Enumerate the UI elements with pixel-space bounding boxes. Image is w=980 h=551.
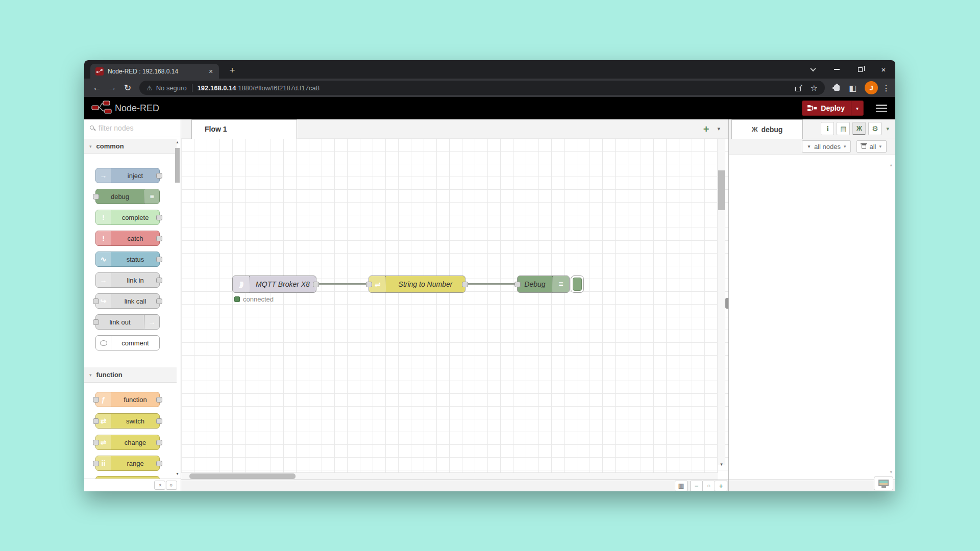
debug-icon: ≡ — [552, 276, 569, 292]
open-debug-window-button[interactable] — [874, 477, 893, 490]
palette-node-debug[interactable]: debug ≡ — [95, 189, 160, 204]
sidebar-tabs-chevron-icon[interactable]: ▾ — [886, 126, 889, 132]
url-field[interactable]: ⚠ No seguro 192.168.0.14:1880/#flow/f6f2… — [139, 81, 825, 95]
category-common[interactable]: ▾ common — [84, 139, 177, 154]
tab-title: Node-RED : 192.168.0.14 — [108, 68, 207, 75]
canvas-footer: ▥ − ○ + — [181, 480, 728, 491]
funnel-icon: ▼ — [807, 144, 811, 149]
canvas-horizontal-scrollbar[interactable] — [189, 473, 296, 479]
book-icon: ▤ — [840, 125, 846, 133]
palette-scrollbar[interactable] — [175, 148, 180, 183]
collapse-categories-button[interactable]: » — [154, 481, 165, 490]
palette-node-comment[interactable]: comment — [95, 335, 160, 350]
palette-node-change[interactable]: ⇌ change — [95, 435, 160, 450]
expand-categories-button[interactable]: » — [166, 481, 177, 490]
address-bar: ← → ↻ ⚠ No seguro 192.168.0.14:1880/#flo… — [84, 79, 895, 97]
debug-tab-button[interactable]: Ж — [852, 122, 866, 135]
palette-node-link-out[interactable]: link out → — [95, 314, 160, 330]
reload-icon[interactable]: ↻ — [120, 83, 135, 93]
sidebar-scroll-up-icon[interactable]: ▴ — [890, 162, 892, 167]
help-tab-button[interactable]: ▤ — [837, 122, 850, 135]
zoom-reset-button[interactable]: ○ — [702, 481, 715, 491]
close-window-button[interactable]: × — [872, 60, 895, 79]
mqtt-signal-icon: ))) — [233, 276, 250, 292]
change-icon: ⇌ — [369, 276, 386, 292]
chevron-down-icon: ▾ — [89, 144, 92, 149]
profile-avatar[interactable]: J — [865, 81, 878, 94]
palette-node-status[interactable]: ∿ status — [95, 252, 160, 267]
minimize-button[interactable] — [825, 60, 848, 79]
flow-node-debug[interactable]: Debug ≡ — [517, 276, 570, 293]
sidebar-footer — [729, 480, 895, 491]
browser-window: Node-RED : 192.168.0.14 × + × ← → ↻ ⚠ No… — [84, 60, 895, 491]
range-icon: ii — [96, 456, 111, 470]
window-controls: × — [801, 60, 895, 79]
info-tab-button[interactable]: i — [821, 122, 834, 135]
wire-change-to-debug — [468, 283, 515, 285]
debug-messages-panel[interactable]: ▴ ▾ — [729, 155, 895, 480]
workspace: ▾ common → inject debug ≡ ! complete ! — [84, 119, 895, 491]
url-text[interactable]: 192.168.0.14:1880/#flow/f6f2187d.f17ca8 — [198, 84, 320, 92]
forward-icon[interactable]: → — [105, 83, 120, 93]
palette-node-link-call[interactable]: ↪ link call — [95, 293, 160, 309]
back-icon[interactable]: ← — [89, 83, 105, 93]
canvas-scroll-down-icon[interactable]: ▾ — [718, 462, 725, 467]
sidebar-tab-debug[interactable]: Ж debug — [731, 119, 803, 139]
debug-icon: ≡ — [144, 189, 159, 204]
deploy-options-chevron-icon[interactable]: ▾ — [851, 101, 863, 115]
tab-close-icon[interactable]: × — [207, 67, 215, 76]
zoom-out-button[interactable]: − — [690, 481, 703, 491]
main-menu-icon[interactable] — [876, 105, 887, 112]
flow-node-mqtt[interactable]: ))) MQTT Broker X8 — [232, 276, 316, 293]
extensions-puzzle-icon[interactable] — [834, 85, 840, 91]
right-sidebar: Ж debug i ▤ Ж ⚙ ▾ ▼ all nodes ▾ — [728, 119, 895, 491]
tab-flow-1[interactable]: Flow 1 — [191, 119, 297, 139]
deploy-button[interactable]: Deploy ▾ — [802, 101, 864, 116]
node-red-favicon — [95, 67, 104, 76]
tab-search-chevron-icon[interactable] — [801, 60, 825, 79]
palette-scroll-area: ▾ common → inject debug ≡ ! complete ! — [84, 137, 181, 479]
debug-enable-toggle[interactable] — [571, 276, 584, 293]
add-flow-button[interactable]: + — [703, 124, 709, 134]
palette-footer: » » — [84, 479, 181, 491]
canvas-vertical-scrollbar[interactable] — [718, 170, 725, 210]
switch-icon: ⇄ — [96, 414, 111, 428]
palette-node-link-in[interactable]: → link in — [95, 272, 160, 288]
palette-node-function[interactable]: ƒ function — [95, 392, 160, 407]
not-secure-warning-icon[interactable]: ⚠ — [146, 84, 153, 92]
palette-scroll-down-icon[interactable]: ▾ — [175, 471, 180, 476]
browser-tab-bar: Node-RED : 192.168.0.14 × + × — [84, 60, 895, 79]
palette-scroll-up-icon[interactable]: ▴ — [175, 140, 180, 144]
config-tab-button[interactable]: ⚙ — [868, 122, 881, 135]
sidebar-scroll-down-icon[interactable]: ▾ — [890, 469, 892, 474]
debug-filter-bar: ▼ all nodes ▾ all ▾ — [729, 138, 895, 155]
search-input[interactable] — [99, 119, 175, 137]
flow-node-string-to-number[interactable]: ⇌ String to Number — [369, 276, 465, 293]
clear-messages-button[interactable]: all ▾ — [856, 140, 887, 153]
mqtt-node-status: connected — [234, 295, 274, 303]
connected-status-dot — [234, 296, 240, 302]
navigator-button[interactable]: ▥ — [675, 481, 688, 491]
side-panel-icon[interactable]: ◧ — [849, 83, 856, 93]
share-icon[interactable] — [795, 85, 802, 91]
bookmark-star-icon[interactable]: ☆ — [811, 83, 818, 93]
palette-node-catch[interactable]: ! catch — [95, 231, 160, 246]
restore-button[interactable] — [848, 60, 872, 79]
chevron-down-icon: ▾ — [89, 372, 92, 378]
canvas-grid[interactable]: ))) MQTT Broker X8 connected ⇌ String to… — [181, 138, 728, 480]
flow-list-chevron-icon[interactable]: ▾ — [717, 126, 720, 132]
palette-node-complete[interactable]: ! complete — [95, 210, 160, 225]
browser-tab[interactable]: Node-RED : 192.168.0.14 × — [90, 64, 219, 79]
palette-node-switch[interactable]: ⇄ switch — [95, 413, 160, 429]
zoom-in-button[interactable]: + — [715, 481, 727, 491]
browser-menu-icon[interactable]: ⋮ — [882, 83, 890, 93]
palette-node-inject[interactable]: → inject — [95, 168, 160, 183]
filter-nodes-button[interactable]: ▼ all nodes ▾ — [802, 140, 851, 153]
sidebar-resize-grip[interactable] — [725, 298, 728, 309]
link-out-icon: → — [144, 315, 159, 329]
new-tab-button[interactable]: + — [225, 63, 239, 78]
palette-node-range[interactable]: ii range — [95, 456, 160, 471]
not-secure-label: No seguro — [156, 84, 187, 92]
category-function[interactable]: ▾ function — [84, 367, 177, 383]
comment-icon — [96, 336, 111, 350]
